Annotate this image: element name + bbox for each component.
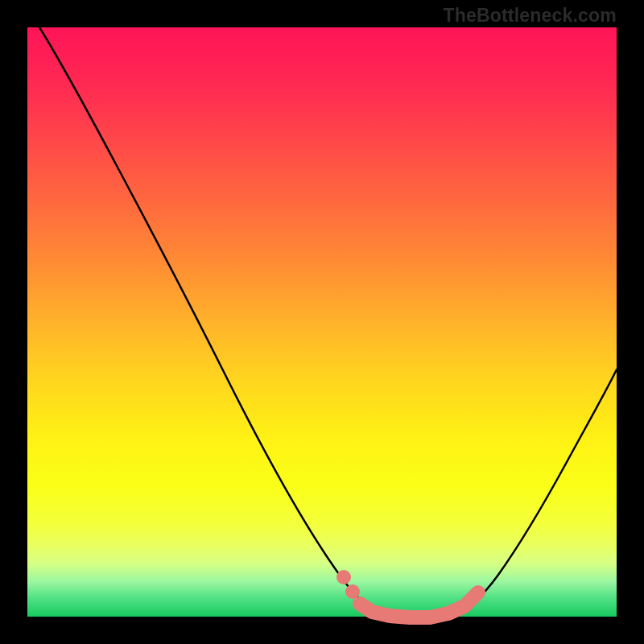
marker-dot (336, 570, 351, 584)
bottleneck-curve (39, 27, 617, 617)
marker-dot (345, 584, 360, 599)
attribution-label: TheBottleneck.com (443, 5, 617, 27)
chart-frame: TheBottleneck.com (0, 0, 644, 644)
plot-area (27, 27, 617, 617)
curve-svg (27, 27, 617, 617)
optimal-region-marker (360, 592, 478, 617)
